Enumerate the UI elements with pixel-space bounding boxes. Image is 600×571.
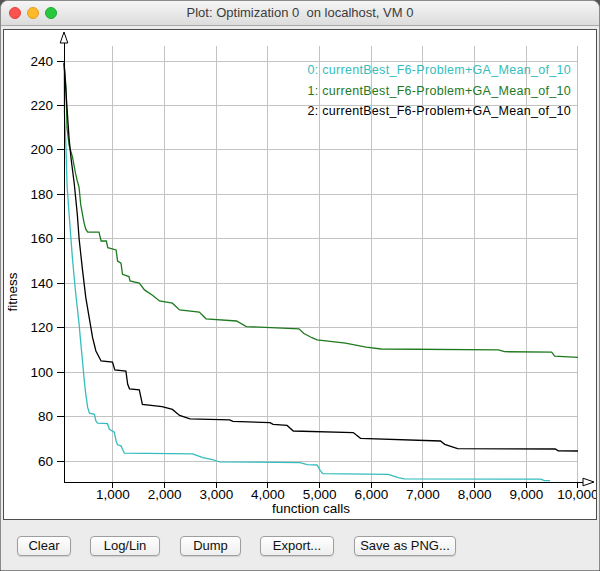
x-axis-arrow-icon — [583, 478, 594, 486]
x-tick-label: 8,000 — [458, 487, 492, 502]
x-tick-label: 9,000 — [509, 487, 543, 502]
y-tick-label: 180 — [30, 187, 53, 202]
x-tick-label: 2,000 — [148, 487, 182, 502]
x-axis-label: function calls — [272, 501, 350, 516]
x-tick-label: 7,000 — [406, 487, 440, 502]
y-tick-label: 100 — [30, 365, 53, 380]
y-tick-label: 220 — [30, 98, 53, 113]
x-tick-label: 1,000 — [96, 487, 130, 502]
dump-button[interactable]: Dump — [180, 536, 241, 556]
series-line-0 — [64, 61, 550, 481]
plot-window: Plot: Optimization 0 on localhost, VM 0 … — [0, 0, 600, 571]
y-tick-label: 240 — [30, 54, 53, 69]
y-axis-label: fitness — [5, 272, 20, 311]
y-tick-label: 140 — [30, 276, 53, 291]
plot-panel: 0: currentBest_F6-Problem+GA_Mean_of_101… — [3, 29, 597, 520]
x-tick-label: 6,000 — [354, 487, 388, 502]
export-button[interactable]: Export... — [260, 536, 334, 556]
y-tick-label: 60 — [38, 454, 53, 469]
plot-svg: 0: currentBest_F6-Problem+GA_Mean_of_101… — [4, 30, 596, 519]
clear-button[interactable]: Clear — [17, 536, 71, 556]
y-tick-label: 200 — [30, 142, 53, 157]
y-axis-arrow-icon — [60, 32, 68, 43]
y-tick-label: 80 — [38, 409, 53, 424]
x-tick-label: 4,000 — [251, 487, 285, 502]
save-as-png-button[interactable]: Save as PNG... — [354, 536, 456, 556]
title-bar[interactable]: Plot: Optimization 0 on localhost, VM 0 — [1, 1, 599, 26]
y-tick-label: 120 — [30, 320, 53, 335]
log-lin-button[interactable]: Log/Lin — [90, 536, 160, 556]
window-title: Plot: Optimization 0 on localhost, VM 0 — [1, 5, 599, 20]
y-tick-label: 160 — [30, 231, 53, 246]
legend-entry-0: 0: currentBest_F6-Problem+GA_Mean_of_10 — [307, 63, 571, 77]
button-row: Clear Log/Lin Dump Export... Save as PNG… — [1, 520, 599, 571]
x-tick-label: 5,000 — [303, 487, 337, 502]
legend-entry-2: 2: currentBest_F6-Problem+GA_Mean_of_10 — [307, 104, 571, 118]
x-tick-label: 3,000 — [199, 487, 233, 502]
x-tick-label: 10,000 — [557, 487, 596, 502]
legend: 0: currentBest_F6-Problem+GA_Mean_of_101… — [307, 63, 571, 118]
legend-entry-1: 1: currentBest_F6-Problem+GA_Mean_of_10 — [307, 84, 571, 98]
series-line-2 — [64, 63, 578, 451]
